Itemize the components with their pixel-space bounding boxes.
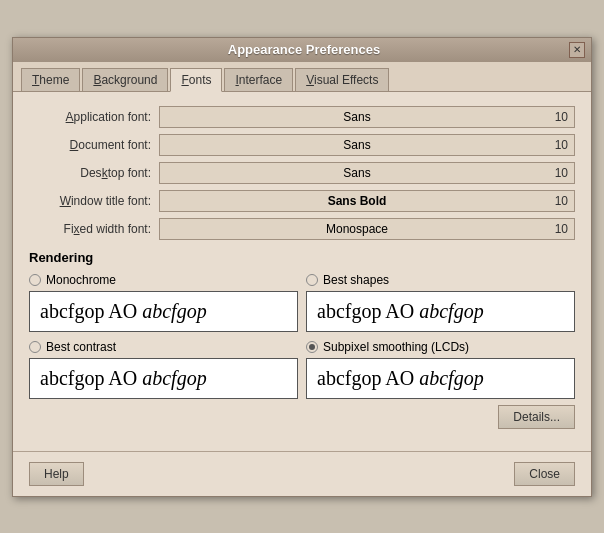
font-name-application: Sans	[166, 110, 548, 124]
font-button-fixed-width[interactable]: Monospace 10	[159, 218, 575, 240]
font-name-document: Sans	[166, 138, 548, 152]
font-row-document: Document font: Sans 10	[29, 134, 575, 156]
window-title: Appearance Preferences	[39, 42, 569, 57]
close-button[interactable]: Close	[514, 462, 575, 486]
preview-monochrome: abcfgop AO abcfgop	[29, 291, 298, 332]
font-size-desktop: 10	[548, 166, 568, 180]
details-area: Details...	[29, 399, 575, 431]
rendering-grid: Monochrome abcfgop AO abcfgop Best shape…	[29, 273, 575, 399]
font-size-application: 10	[548, 110, 568, 124]
render-option-best-contrast: Best contrast abcfgop AO abcfgop	[29, 340, 298, 399]
font-label-desktop: Desktop font:	[29, 166, 159, 180]
radio-label-subpixel[interactable]: Subpixel smoothing (LCDs)	[306, 340, 575, 354]
radio-subpixel[interactable]	[306, 341, 318, 353]
font-size-document: 10	[548, 138, 568, 152]
radio-label-monochrome[interactable]: Monochrome	[29, 273, 298, 287]
radio-monochrome[interactable]	[29, 274, 41, 286]
radio-label-best-contrast[interactable]: Best contrast	[29, 340, 298, 354]
close-window-button[interactable]: ✕	[569, 42, 585, 58]
font-row-fixed-width: Fixed width font: Monospace 10	[29, 218, 575, 240]
font-row-desktop: Desktop font: Sans 10	[29, 162, 575, 184]
details-button[interactable]: Details...	[498, 405, 575, 429]
font-size-fixed-width: 10	[548, 222, 568, 236]
font-size-window-title: 10	[548, 194, 568, 208]
font-label-fixed-width: Fixed width font:	[29, 222, 159, 236]
font-button-desktop[interactable]: Sans 10	[159, 162, 575, 184]
help-button[interactable]: Help	[29, 462, 84, 486]
font-label-window-title: Window title font:	[29, 194, 159, 208]
radio-monochrome-label: Monochrome	[46, 273, 116, 287]
font-label-application: Application font:	[29, 110, 159, 124]
font-row-application: Application font: Sans 10	[29, 106, 575, 128]
content-area: Application font: Sans 10 Document font:…	[13, 92, 591, 445]
radio-best-contrast[interactable]	[29, 341, 41, 353]
title-bar: Appearance Preferences ✕	[13, 38, 591, 62]
render-option-best-shapes: Best shapes abcfgop AO abcfgop	[306, 273, 575, 332]
tab-theme[interactable]: Theme	[21, 68, 80, 91]
footer-bar: Help Close	[13, 451, 591, 496]
font-name-fixed-width: Monospace	[166, 222, 548, 236]
tab-visual-effects[interactable]: Visual Effects	[295, 68, 389, 91]
render-option-monochrome: Monochrome abcfgop AO abcfgop	[29, 273, 298, 332]
radio-subpixel-label: Subpixel smoothing (LCDs)	[323, 340, 469, 354]
radio-best-shapes-label: Best shapes	[323, 273, 389, 287]
rendering-section-label: Rendering	[29, 250, 575, 265]
window: Appearance Preferences ✕ Theme Backgroun…	[12, 37, 592, 497]
font-name-desktop: Sans	[166, 166, 548, 180]
font-name-window-title: Sans Bold	[166, 194, 548, 208]
tab-bar: Theme Background Fonts Interface Visual …	[13, 62, 591, 92]
font-button-document[interactable]: Sans 10	[159, 134, 575, 156]
font-row-window-title: Window title font: Sans Bold 10	[29, 190, 575, 212]
font-label-document: Document font:	[29, 138, 159, 152]
preview-best-shapes: abcfgop AO abcfgop	[306, 291, 575, 332]
radio-best-contrast-label: Best contrast	[46, 340, 116, 354]
tab-fonts[interactable]: Fonts	[170, 68, 222, 92]
preview-subpixel: abcfgop AO abcfgop	[306, 358, 575, 399]
tab-interface[interactable]: Interface	[224, 68, 293, 91]
radio-best-shapes[interactable]	[306, 274, 318, 286]
tab-background[interactable]: Background	[82, 68, 168, 91]
radio-label-best-shapes[interactable]: Best shapes	[306, 273, 575, 287]
render-option-subpixel: Subpixel smoothing (LCDs) abcfgop AO abc…	[306, 340, 575, 399]
preview-best-contrast: abcfgop AO abcfgop	[29, 358, 298, 399]
font-button-window-title[interactable]: Sans Bold 10	[159, 190, 575, 212]
footer-right: Close	[514, 462, 575, 486]
font-button-application[interactable]: Sans 10	[159, 106, 575, 128]
